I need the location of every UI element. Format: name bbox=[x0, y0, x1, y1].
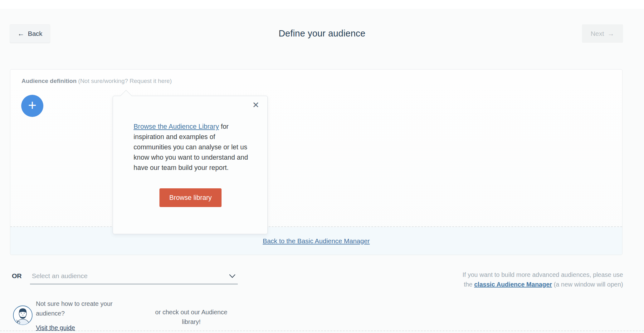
next-button-label: Next bbox=[591, 30, 604, 37]
browse-library-button[interactable]: Browse library bbox=[159, 188, 222, 207]
audience-select-placeholder: Select an audience bbox=[32, 272, 88, 280]
audience-definition-panel: Audience definition (Not sure/working? R… bbox=[10, 69, 622, 255]
audience-select-dropdown[interactable]: Select an audience bbox=[30, 268, 238, 284]
basic-audience-manager-link[interactable]: Back to the Basic Audience Manager bbox=[263, 237, 370, 245]
popover-body-text: Browse the Audience Library for inspirat… bbox=[134, 122, 251, 173]
page-title: Define your audience bbox=[0, 28, 644, 39]
audience-definition-hint: (Not sure/working? Request it here) bbox=[78, 78, 172, 84]
audience-library-link[interactable]: Browse the Audience Library bbox=[134, 123, 219, 130]
or-label: OR bbox=[12, 272, 22, 280]
bottom-dashed-divider bbox=[0, 331, 644, 331]
help-avatar-icon bbox=[12, 305, 33, 326]
add-audience-criteria-button[interactable]: + bbox=[21, 95, 43, 117]
classic-audience-manager-link[interactable]: classic Audience Manager bbox=[474, 281, 552, 288]
audience-definition-header: Audience definition (Not sure/working? R… bbox=[22, 78, 172, 84]
plus-icon: + bbox=[28, 98, 37, 112]
help-alt-text: or check out our Audience library! bbox=[153, 307, 230, 327]
top-white-bar bbox=[0, 0, 644, 9]
define-audience-page: ← Back Define your audience Next → Audie… bbox=[0, 0, 644, 333]
advanced-audiences-note: If you want to build more advanced audie… bbox=[442, 270, 623, 289]
advanced-note-line2-suffix: (a new window will open) bbox=[552, 281, 623, 288]
help-question-text: Not sure how to create your audience? bbox=[36, 299, 120, 318]
next-arrow-icon: → bbox=[607, 30, 614, 38]
audience-library-popover: ✕ Browse the Audience Library for inspir… bbox=[113, 96, 268, 234]
panel-footer-band: Back to the Basic Audience Manager bbox=[10, 227, 622, 255]
advanced-note-line2-prefix: the bbox=[464, 281, 474, 288]
advanced-note-line1: If you want to build more advanced audie… bbox=[462, 271, 623, 278]
next-button[interactable]: Next → bbox=[582, 24, 623, 43]
audience-definition-label: Audience definition bbox=[22, 78, 76, 84]
close-icon[interactable]: ✕ bbox=[252, 101, 259, 109]
chevron-down-icon bbox=[229, 274, 235, 278]
